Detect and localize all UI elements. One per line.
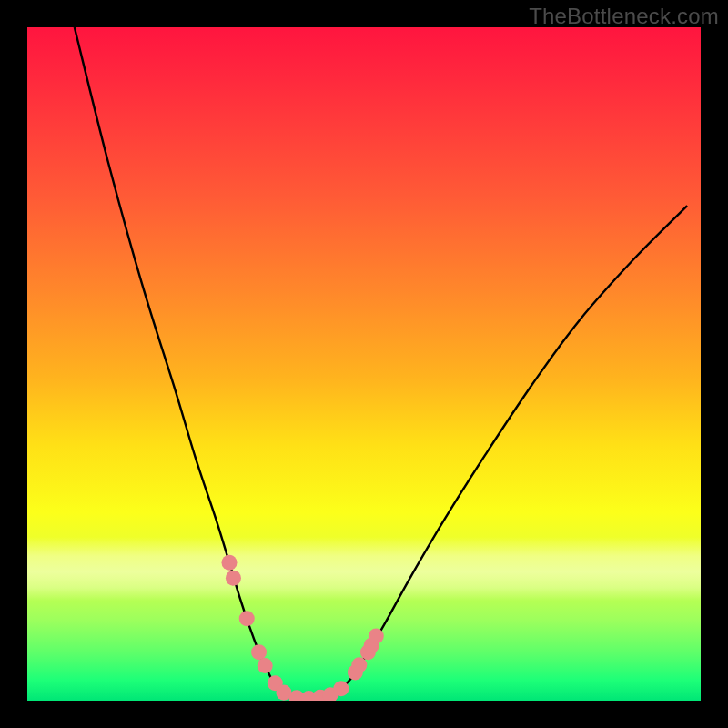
marker-dot [258, 658, 273, 673]
watermark-text: TheBottleneck.com [529, 4, 719, 29]
marker-dot [226, 571, 241, 586]
marker-dot [251, 644, 267, 660]
marker-dot [239, 611, 255, 626]
curve-line [75, 27, 687, 699]
marker-group [221, 555, 383, 701]
plot-area [27, 27, 701, 701]
marker-dot [221, 555, 237, 571]
bottleneck-curve [27, 27, 701, 701]
marker-dot [333, 681, 349, 696]
marker-dot [351, 657, 367, 672]
marker-dot [369, 628, 384, 643]
chart-frame: TheBottleneck.com [0, 0, 728, 728]
